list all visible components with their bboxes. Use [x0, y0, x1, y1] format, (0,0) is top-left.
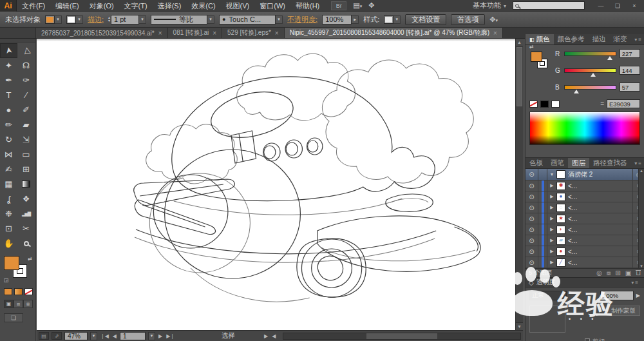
lasso-tool[interactable]: ☊	[17, 58, 35, 73]
menu-type[interactable]: 文字(T)	[119, 0, 153, 12]
selection-column[interactable]	[538, 213, 547, 224]
layer-name[interactable]: <...	[568, 259, 632, 266]
stroke-weight-control[interactable]: ▴▾ 1 pt ▾	[108, 15, 146, 24]
opacity-stepper-icon[interactable]: ▶	[636, 293, 640, 298]
make-mask-button[interactable]: 制作蒙版	[607, 306, 640, 316]
layer-name[interactable]: <...	[568, 237, 632, 244]
white-swatch[interactable]	[551, 101, 560, 108]
opacity-field[interactable]: 100%	[322, 15, 352, 24]
blue-value-field[interactable]: 57	[620, 83, 640, 92]
fill-swatch[interactable]	[45, 15, 55, 24]
chevron-down-icon[interactable]: ▾	[393, 15, 401, 24]
document-tab-3[interactable]: 529 [转换].eps*×	[222, 28, 285, 38]
layer-thumbnail[interactable]: ✱	[556, 182, 565, 190]
close-tab-icon[interactable]: ×	[158, 30, 162, 37]
close-tab-icon[interactable]: ×	[213, 30, 216, 37]
visibility-eye-icon[interactable]: ⊙	[526, 235, 538, 246]
free-transform-tool[interactable]: ▭	[17, 147, 35, 162]
layer-row[interactable]: ⊙ ▶ ◗ <... ○	[526, 224, 644, 235]
checkbox-icon[interactable]	[585, 338, 590, 341]
tab-swatches[interactable]: 色板	[526, 158, 547, 168]
visibility-eye-icon[interactable]: ⊙	[526, 224, 538, 235]
stroke-link[interactable]: 描边:	[88, 15, 104, 24]
column-graph-tool[interactable]: ▂▅▇	[17, 206, 35, 221]
selection-column[interactable]	[538, 246, 547, 257]
stroke-color-control[interactable]: ▾	[66, 15, 83, 24]
layer-name[interactable]: <...	[568, 182, 632, 190]
direct-selection-tool[interactable]: ▷	[17, 43, 35, 58]
expand-triangle-icon[interactable]: ▶	[547, 249, 556, 254]
expand-triangle-icon[interactable]: ▶	[547, 227, 556, 232]
selection-column[interactable]	[538, 169, 547, 180]
green-value-field[interactable]: 144	[620, 66, 640, 75]
selection-column[interactable]	[538, 202, 547, 213]
perspective-grid-tool[interactable]: ⊞	[17, 162, 35, 177]
layer-row[interactable]: ⊙ ▶ ▰ <... ○	[526, 235, 644, 246]
panel-menu-icon[interactable]: ▾≡	[634, 34, 644, 44]
object-thumbnail-well[interactable]	[529, 306, 565, 333]
pencil-tool[interactable]: ✏	[0, 117, 17, 132]
selection-column[interactable]	[538, 224, 547, 235]
blue-slider[interactable]	[564, 85, 616, 90]
line-segment-tool[interactable]: ∕	[17, 88, 35, 102]
gradient-tool[interactable]	[17, 177, 35, 191]
new-sublayer-icon[interactable]: ⊞	[615, 269, 620, 277]
expand-triangle-icon[interactable]: ▶	[547, 216, 556, 221]
width-profile-dropdown[interactable]: 等比 ▾	[151, 15, 214, 24]
status-grid-icon[interactable]: ▤	[39, 332, 49, 340]
tools-panel-grip[interactable]	[0, 39, 35, 43]
brush-dropdown[interactable]: ●Touch C... ▾	[219, 15, 283, 24]
layer-name[interactable]: <...	[568, 226, 632, 233]
panel-fill-stroke-widget[interactable]: ⇄	[531, 52, 550, 71]
layer-thumbnail[interactable]: ◌	[556, 204, 565, 212]
document-tab-4-active[interactable]: Nipic_455997_20150808155348604000 [转换].a…	[285, 28, 503, 38]
layer-thumbnail[interactable]: ★	[556, 215, 565, 223]
none-button[interactable]	[24, 288, 33, 295]
layer-row[interactable]: ⊙ ▶ ● <... ○	[526, 191, 644, 202]
tab-brushes[interactable]: 画笔	[547, 158, 568, 168]
opacity-link[interactable]: 不透明度:	[287, 15, 317, 24]
chevron-right-icon[interactable]: ▶	[352, 15, 359, 24]
blend-mode-dropdown[interactable]: 正常 ▼	[529, 291, 567, 300]
eraser-tool[interactable]: ▰	[17, 117, 35, 132]
slice-tool[interactable]: ✂	[17, 221, 35, 236]
scroll-up-icon[interactable]: ▲	[516, 39, 523, 46]
artboard-field[interactable]: 1	[120, 332, 146, 340]
swap-fill-stroke-icon[interactable]: ⇄	[28, 256, 32, 262]
width-tool[interactable]: ⋈	[0, 147, 17, 162]
draw-inside-button[interactable]: ⧇	[23, 300, 33, 308]
mesh-tool[interactable]: ▦	[0, 177, 17, 191]
expand-triangle-icon[interactable]: ▶	[547, 238, 556, 243]
menu-view[interactable]: 视图(V)	[221, 0, 255, 12]
scroll-right-icon[interactable]: ◀	[271, 333, 276, 339]
locate-object-icon[interactable]: ◎	[596, 269, 602, 277]
new-layer-icon[interactable]: ▣	[625, 269, 631, 277]
artboard-dropdown-icon[interactable]: ▼	[148, 332, 155, 340]
panel-fill-box[interactable]	[531, 52, 542, 62]
tab-gradient[interactable]: 渐变	[610, 34, 631, 44]
horizontal-scrollbar[interactable]	[283, 333, 521, 340]
default-swatches-icon[interactable]: ◲	[4, 277, 9, 283]
next-artboard-button[interactable]: ▶	[158, 333, 163, 339]
document-tab-1[interactable]: 26785037_20180515203915499034.ai*×	[36, 28, 168, 38]
draw-normal-button[interactable]: ▣	[4, 300, 14, 308]
color-spectrum[interactable]	[529, 112, 640, 145]
layer-row-parent[interactable]: ⊙ ▼ 酒捞佬 2 ◎	[526, 169, 644, 180]
selection-column[interactable]	[538, 180, 547, 191]
hex-field[interactable]: E39039	[607, 99, 640, 108]
green-slider[interactable]	[564, 68, 616, 73]
pen-tool[interactable]: ✒	[0, 73, 17, 88]
chevron-down-icon[interactable]: ▾	[76, 15, 83, 24]
draw-behind-button[interactable]: ⧈	[14, 300, 23, 308]
style-swatch[interactable]	[384, 15, 393, 24]
layer-row[interactable]: ⊙ ▶ ★ <... ○	[526, 213, 644, 224]
selection-tool[interactable]: ➤	[0, 43, 17, 58]
transparency-opacity-field[interactable]: 100%	[600, 291, 634, 300]
visibility-eye-icon[interactable]: ⊙	[526, 213, 538, 224]
selection-column[interactable]	[538, 257, 547, 268]
chevron-down-icon[interactable]: ▾	[55, 15, 62, 24]
slider-thumb[interactable]	[591, 73, 596, 77]
paintbrush-tool[interactable]: ✐	[17, 102, 35, 117]
vertical-scroll-thumb[interactable]	[516, 47, 522, 106]
layer-name[interactable]: <...	[568, 248, 632, 255]
